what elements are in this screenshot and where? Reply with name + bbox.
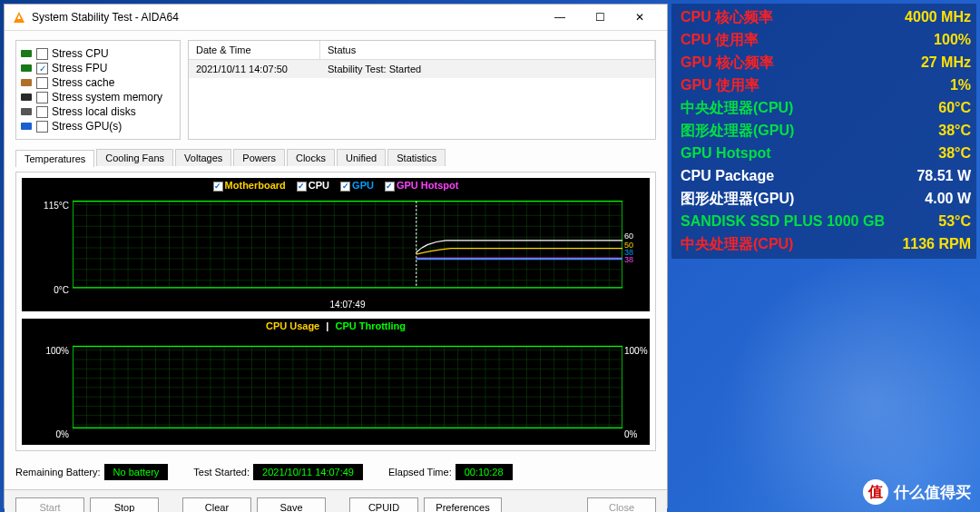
overlay-row: SANDISK SSD PLUS 1000 GB53°C xyxy=(681,210,971,232)
legend-checkbox[interactable]: ✓ xyxy=(213,182,223,192)
overlay-label: 中央处理器(CPU) xyxy=(681,96,793,119)
clear-button[interactable]: Clear xyxy=(182,497,251,512)
stop-button[interactable]: Stop xyxy=(90,497,159,512)
tab-unified[interactable]: Unified xyxy=(337,149,386,166)
started-label: Test Started: xyxy=(193,467,250,478)
tab-powers[interactable]: Powers xyxy=(233,149,285,166)
cpu-y-axis-right: 100% 0% xyxy=(622,340,650,445)
temp-value-right: 60 xyxy=(624,231,633,241)
tab-cooling-fans[interactable]: Cooling Fans xyxy=(96,149,173,166)
overlay-row: GPU 使用率1% xyxy=(681,74,971,96)
overlay-label: GPU 核心频率 xyxy=(681,51,774,74)
fpu-icon xyxy=(20,63,33,74)
cpuid-button[interactable]: CPUID xyxy=(349,497,418,512)
overlay-label: CPU 使用率 xyxy=(681,28,759,51)
checkbox[interactable]: ✓ xyxy=(36,63,48,74)
log-header-status[interactable]: Status xyxy=(320,41,655,59)
elapsed-value: 00:10:28 xyxy=(456,464,513,480)
cpu-icon xyxy=(20,48,33,59)
overlay-label: GPU Hotspot xyxy=(681,142,771,164)
log-row[interactable]: 2021/10/11 14:07:50 Stability Test: Star… xyxy=(189,60,655,78)
checkbox[interactable] xyxy=(36,77,48,89)
overlay-value: 27 MHz xyxy=(921,51,971,74)
overlay-value: 1% xyxy=(950,74,971,96)
stress-label: Stress GPU(s) xyxy=(52,120,122,133)
overlay-row: CPU 核心频率4000 MHz xyxy=(681,5,971,28)
tab-statistics[interactable]: Statistics xyxy=(387,149,446,166)
overlay-label: SANDISK SSD PLUS 1000 GB xyxy=(681,210,885,232)
minimize-button[interactable]: — xyxy=(540,5,580,30)
stress-label: Stress system memory xyxy=(52,91,162,103)
checkbox[interactable] xyxy=(36,121,48,133)
overlay-label: 图形处理器(GPU) xyxy=(681,119,794,142)
svg-rect-4 xyxy=(21,108,32,115)
overlay-value: 60°C xyxy=(938,96,971,119)
temp-legend: ✓Motherboard✓CPU✓GPU✓GPU Hotspot xyxy=(22,178,650,193)
temp-value-right: 38 xyxy=(624,255,633,264)
disk-icon xyxy=(20,106,33,117)
battery-value: No battery xyxy=(104,464,169,480)
checkbox[interactable] xyxy=(36,48,48,60)
stress-disk[interactable]: Stress local disks xyxy=(20,104,176,119)
cpu-chart-body xyxy=(73,340,622,445)
save-button[interactable]: Save xyxy=(257,497,326,512)
overlay-label: 图形处理器(GPU) xyxy=(681,187,794,210)
started-value: 2021/10/11 14:07:49 xyxy=(253,464,363,480)
legend-checkbox[interactable]: ✓ xyxy=(385,182,395,192)
overlay-value: 4.00 W xyxy=(925,187,971,210)
close-button[interactable]: ✕ xyxy=(620,5,660,30)
start-button[interactable]: Start xyxy=(15,497,84,512)
overlay-row: GPU Hotspot38°C xyxy=(681,142,971,164)
legend-label: GPU Hotspot xyxy=(397,180,458,191)
overlay-value: 4000 MHz xyxy=(905,5,971,28)
preferences-button[interactable]: Preferences xyxy=(424,497,502,512)
maximize-button[interactable]: ☐ xyxy=(580,5,620,30)
overlay-value: 53°C xyxy=(938,210,971,232)
mem-icon xyxy=(20,92,33,103)
stress-cache[interactable]: Stress cache xyxy=(20,75,176,90)
tab-voltages[interactable]: Voltages xyxy=(175,149,231,166)
tab-temperatures[interactable]: Temperatures xyxy=(15,150,94,167)
overlay-label: 中央处理器(CPU) xyxy=(681,232,793,255)
stress-label: Stress local disks xyxy=(52,105,136,118)
svg-rect-5 xyxy=(21,123,32,130)
svg-rect-2 xyxy=(21,79,32,86)
gpu-icon xyxy=(20,121,33,132)
svg-rect-1 xyxy=(21,64,32,72)
checkbox[interactable] xyxy=(36,92,48,103)
stress-fpu[interactable]: ✓Stress FPU xyxy=(20,61,176,75)
overlay-label: CPU 核心频率 xyxy=(681,5,773,28)
temp-y-axis-left: 115°C 0°C xyxy=(22,193,73,311)
stress-options-panel: Stress CPU✓Stress FPUStress cacheStress … xyxy=(15,40,181,140)
titlebar[interactable]: System Stability Test - AIDA64 — ☐ ✕ xyxy=(5,5,667,31)
temp-y-axis-right: 60503838 xyxy=(622,193,650,311)
svg-rect-0 xyxy=(21,50,32,57)
log-header-date[interactable]: Date & Time xyxy=(189,41,320,59)
overlay-row: GPU 核心频率27 MHz xyxy=(681,51,971,74)
charts-panel: ✓Motherboard✓CPU✓GPU✓GPU Hotspot 115°C 0… xyxy=(15,172,656,451)
app-icon xyxy=(12,10,26,25)
legend-checkbox[interactable]: ✓ xyxy=(340,182,350,192)
legend-label: CPU xyxy=(309,180,329,191)
stress-label: Stress CPU xyxy=(52,47,109,60)
tab-clocks[interactable]: Clocks xyxy=(287,149,335,166)
stress-cpu[interactable]: Stress CPU xyxy=(20,46,176,61)
stress-label: Stress cache xyxy=(52,76,114,89)
log-panel: Date & Time Status 2021/10/11 14:07:50 S… xyxy=(188,40,656,140)
close-dialog-button[interactable]: Close xyxy=(587,497,656,512)
stress-gpu[interactable]: Stress GPU(s) xyxy=(20,119,176,133)
overlay-value: 78.51 W xyxy=(916,164,971,187)
overlay-row: CPU 使用率100% xyxy=(681,28,971,51)
stress-label: Stress FPU xyxy=(52,62,107,74)
svg-rect-6 xyxy=(73,201,622,287)
watermark-icon: 值 xyxy=(863,479,888,505)
battery-label: Remaining Battery: xyxy=(15,467,101,478)
checkbox[interactable] xyxy=(36,106,48,118)
overlay-label: CPU Package xyxy=(681,164,774,187)
cpu-legend: CPU Usage | CPU Throttling xyxy=(22,319,650,333)
overlay-row: 图形处理器(GPU)4.00 W xyxy=(681,187,971,210)
stress-mem[interactable]: Stress system memory xyxy=(20,90,176,104)
cpu-y-axis-left: 100% 0% xyxy=(22,340,73,445)
svg-rect-8 xyxy=(73,346,622,428)
legend-checkbox[interactable]: ✓ xyxy=(297,182,307,192)
